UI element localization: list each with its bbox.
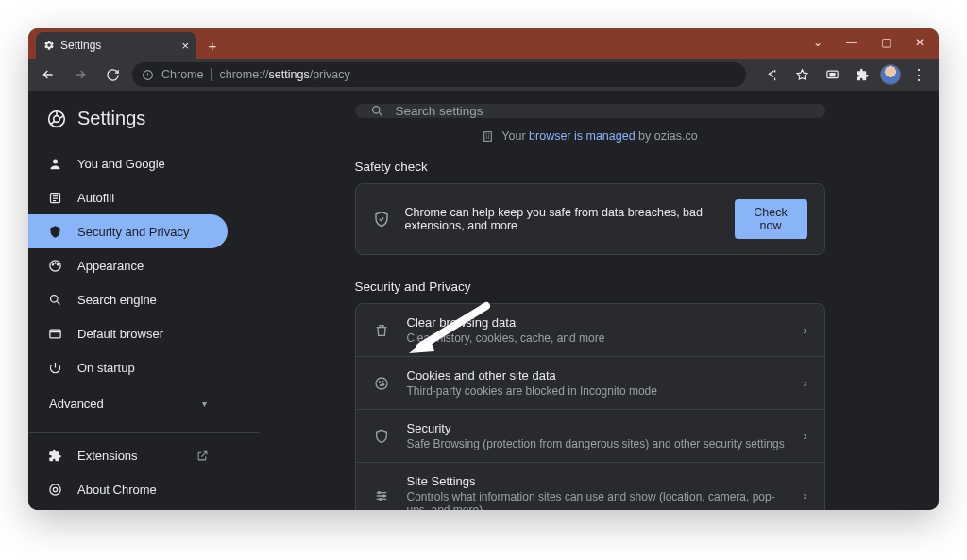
svg-point-5 — [53, 159, 58, 163]
address-bar[interactable]: Chrome chrome:// settings /privacy — [132, 62, 746, 87]
building-icon — [482, 130, 494, 143]
sidebar-item-appearance[interactable]: Appearance — [28, 248, 228, 282]
site-info-icon[interactable] — [142, 69, 154, 81]
profile-avatar[interactable] — [880, 64, 901, 85]
tab-title: Settings — [60, 39, 101, 52]
new-tab-button[interactable]: + — [204, 37, 221, 54]
trash-icon — [373, 322, 390, 339]
chevron-right-icon: › — [804, 377, 807, 390]
chrome-scheme-label: Chrome — [161, 68, 203, 81]
forward-button[interactable] — [68, 62, 93, 87]
chevron-down-icon: ▾ — [202, 399, 207, 409]
row-title: Cookies and other site data — [407, 368, 787, 382]
cookie-icon — [373, 375, 390, 392]
row-subtitle: Controls what information sites can use … — [407, 490, 787, 510]
chevron-right-icon: › — [804, 324, 807, 337]
security-privacy-card: Clear browsing data Clear history, cooki… — [355, 303, 825, 510]
url-text: chrome:// settings /privacy — [219, 68, 349, 81]
bookmark-icon[interactable] — [789, 62, 814, 87]
sidebar-item-autofill[interactable]: Autofill — [28, 180, 228, 214]
svg-point-4 — [54, 115, 60, 122]
check-now-button[interactable]: Check now — [735, 199, 807, 239]
sidebar-advanced[interactable]: Advanced ▾ — [28, 384, 228, 422]
content-area: Settings You and Google Autofill Securit… — [28, 91, 939, 510]
browser-icon — [47, 326, 62, 341]
sidebar-item-label: Search engine — [77, 293, 157, 307]
extensions-icon[interactable] — [850, 62, 874, 87]
svg-point-9 — [54, 262, 55, 263]
managed-link[interactable]: browser is managed — [529, 129, 636, 143]
svg-point-23 — [382, 495, 384, 497]
search-icon — [47, 292, 62, 307]
sidebar-item-about-chrome[interactable]: About Chrome — [28, 472, 228, 506]
svg-point-18 — [379, 382, 380, 382]
sidebar-item-extensions[interactable]: Extensions — [28, 438, 228, 472]
sidebar-item-default-browser[interactable]: Default browser — [28, 316, 228, 350]
shield-icon — [47, 224, 62, 239]
sidebar-item-label: Default browser — [77, 327, 163, 341]
safety-check-card: Chrome can help keep you safe from data … — [355, 183, 825, 255]
row-security[interactable]: Security Safe Browsing (protection from … — [356, 409, 824, 462]
svg-point-22 — [378, 491, 380, 493]
window-controls: ⌄ — ▢ ✕ — [805, 32, 933, 53]
chrome-icon — [47, 482, 62, 497]
row-title: Clear browsing data — [407, 315, 787, 330]
toolbar: Chrome chrome:// settings /privacy ⋮ — [28, 59, 939, 91]
search-placeholder: Search settings — [396, 104, 484, 118]
svg-rect-2 — [830, 73, 835, 76]
titlebar: Settings × + ⌄ — ▢ ✕ — [28, 28, 939, 59]
close-window-button[interactable]: ✕ — [907, 32, 933, 53]
sidebar-item-you-and-google[interactable]: You and Google — [28, 146, 228, 180]
row-clear-browsing-data[interactable]: Clear browsing data Clear history, cooki… — [356, 304, 824, 356]
sidebar-item-label: On startup — [77, 361, 135, 375]
managed-notice: Your browser is managed by ozias.co — [482, 129, 697, 143]
browser-window: Settings × + ⌄ — ▢ ✕ Chrome chrome — [28, 28, 939, 510]
close-tab-icon[interactable]: × — [181, 40, 189, 52]
sidebar-item-search-engine[interactable]: Search engine — [28, 282, 228, 316]
cast-icon[interactable] — [820, 62, 844, 87]
menu-icon[interactable]: ⋮ — [907, 62, 931, 87]
person-icon — [47, 156, 62, 171]
autofill-icon — [47, 190, 62, 205]
sidebar-item-label: Appearance — [77, 259, 144, 273]
minimize-button[interactable]: — — [839, 32, 865, 53]
page-title: Settings — [28, 104, 260, 146]
svg-point-14 — [53, 487, 57, 491]
shield-icon — [373, 428, 390, 445]
window-chevron-icon[interactable]: ⌄ — [805, 32, 831, 53]
svg-point-21 — [382, 383, 383, 384]
toolbar-right: ⋮ — [759, 62, 931, 87]
row-site-settings[interactable]: Site Settings Controls what information … — [356, 462, 824, 510]
reload-button[interactable] — [100, 62, 125, 87]
svg-rect-16 — [484, 131, 492, 141]
shield-check-icon — [373, 211, 390, 228]
row-subtitle: Clear history, cookies, cache, and more — [407, 331, 787, 345]
external-link-icon — [196, 450, 209, 462]
sidebar: Settings You and Google Autofill Securit… — [28, 91, 260, 510]
svg-point-24 — [379, 498, 381, 500]
maximize-button[interactable]: ▢ — [873, 32, 899, 53]
main-panel: Search settings Your browser is managed … — [260, 91, 939, 510]
puzzle-icon — [47, 448, 62, 463]
sidebar-item-label: Security and Privacy — [77, 225, 190, 239]
sidebar-item-on-startup[interactable]: On startup — [28, 350, 228, 384]
svg-rect-12 — [49, 330, 59, 338]
power-icon — [47, 360, 62, 375]
share-icon[interactable] — [759, 62, 784, 87]
row-subtitle: Third-party cookies are blocked in Incog… — [407, 384, 787, 398]
svg-point-15 — [372, 107, 380, 114]
security-privacy-heading: Security and Privacy — [355, 280, 825, 294]
row-cookies[interactable]: Cookies and other site data Third-party … — [356, 356, 824, 409]
sidebar-item-security-privacy[interactable]: Security and Privacy — [28, 214, 228, 248]
svg-point-19 — [382, 381, 382, 382]
sidebar-item-label: Autofill — [77, 191, 114, 205]
search-icon — [370, 104, 384, 118]
row-subtitle: Safe Browsing (protection from dangerous… — [407, 437, 787, 450]
sidebar-item-label: You and Google — [77, 157, 165, 171]
svg-point-10 — [57, 263, 58, 264]
svg-point-17 — [376, 378, 387, 389]
active-tab[interactable]: Settings × — [36, 32, 196, 59]
sidebar-item-label: Extensions — [77, 449, 138, 463]
back-button[interactable] — [36, 62, 60, 87]
search-settings-input[interactable]: Search settings — [355, 104, 825, 118]
